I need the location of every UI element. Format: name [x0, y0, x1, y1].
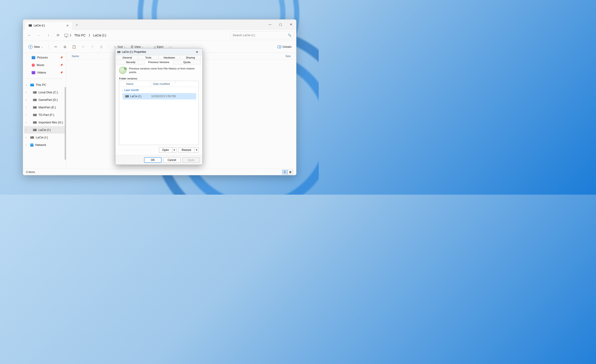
close-button[interactable]: ✕: [286, 20, 296, 30]
new-button[interactable]: + New ⌄: [26, 43, 45, 51]
ok-button[interactable]: OK: [144, 157, 161, 163]
version-group[interactable]: ⌄ Last month: [119, 87, 199, 93]
version-col-date[interactable]: Date modified ⌄: [151, 81, 199, 87]
details-view-button[interactable]: ☰: [282, 170, 288, 174]
info-row: Previous versions come from File History…: [119, 67, 199, 74]
breadcrumb[interactable]: ❯ This PC ❯ LaCie (I:): [64, 33, 229, 38]
properties-dialog: LaCie (I:) Properties ✕ General Tools Ha…: [115, 48, 203, 165]
scrollbar[interactable]: [65, 87, 66, 160]
sidebar-item-network[interactable]: › Network: [24, 141, 65, 149]
chevron-right-icon: ❯: [68, 34, 72, 37]
chevron-down-icon[interactable]: ⌄: [26, 83, 28, 86]
chevron-down-icon: ⌄: [142, 45, 143, 48]
drive-icon: [33, 106, 37, 109]
drive-icon: [29, 24, 32, 27]
dialog-close-button[interactable]: ✕: [193, 49, 201, 55]
breadcrumb-this-pc[interactable]: This PC: [73, 33, 87, 38]
chevron-right-icon[interactable]: ›: [26, 121, 26, 124]
search-box[interactable]: 🔍: [230, 31, 294, 39]
cut-icon[interactable]: ✂: [52, 43, 60, 51]
chevron-right-icon[interactable]: ›: [26, 99, 26, 101]
sort-indicator-icon: ⌄: [175, 81, 176, 83]
tab-title: LaCie (I:): [34, 24, 45, 27]
sidebar-item-drive[interactable]: ›GamePart (D:): [24, 96, 65, 104]
new-tab-button[interactable]: ＋: [73, 23, 81, 27]
drive-icon: [125, 95, 129, 97]
tab-general[interactable]: General: [117, 55, 138, 60]
chevron-down-icon[interactable]: ▼: [172, 148, 176, 153]
large-icons-view-button[interactable]: ▦: [288, 170, 293, 174]
sidebar-item-drive[interactable]: ›MainPart (E:): [24, 104, 65, 111]
group-label: Last month: [124, 88, 139, 92]
cancel-button[interactable]: Cancel: [163, 157, 180, 163]
refresh-button[interactable]: ⟳: [54, 31, 62, 39]
open-button[interactable]: Open ▼: [159, 147, 176, 153]
chevron-right-icon[interactable]: ›: [26, 114, 26, 116]
view-icon: ☰: [131, 45, 134, 48]
separator: [108, 45, 109, 49]
sort-icon: ↑↓: [114, 45, 117, 48]
sidebar-item-drive[interactable]: ›Important files (G:): [24, 119, 65, 126]
sidebar-item-pictures[interactable]: Pictures 📌: [24, 54, 65, 61]
back-button[interactable]: ←: [25, 31, 33, 39]
chevron-down-icon[interactable]: ▼: [194, 148, 199, 153]
chevron-right-icon[interactable]: ›: [26, 136, 26, 139]
versions-list[interactable]: Name Date modified ⌄ ⌄ Last month LaCie …: [119, 81, 199, 145]
monitor-icon: [64, 34, 68, 37]
new-label: New: [34, 45, 40, 48]
maximize-button[interactable]: ▢: [275, 20, 286, 30]
tab-security[interactable]: Security: [117, 60, 145, 64]
sidebar-item-drive[interactable]: ›LaCie (I:): [24, 126, 65, 134]
sidebar-item-drive[interactable]: ›TD-Part (F:): [24, 111, 65, 119]
minimize-button[interactable]: —: [265, 20, 275, 30]
tab-quota[interactable]: Quota: [173, 60, 201, 64]
version-name: LaCie (I:): [122, 95, 151, 98]
sidebar-item-videos[interactable]: Videos 📌: [24, 69, 65, 76]
tab-active[interactable]: LaCie (I:) ✕: [25, 21, 73, 30]
chevron-right-icon: ❯: [87, 34, 91, 37]
sidebar-item-this-pc[interactable]: ⌄ This PC: [24, 81, 65, 89]
dialog-footer: OK Cancel Apply: [115, 155, 202, 164]
versions-header[interactable]: Name Date modified ⌄: [119, 81, 199, 87]
network-icon: [30, 143, 33, 147]
tab-close-icon[interactable]: ✕: [66, 24, 69, 27]
versions-label: Folder versions:: [119, 77, 199, 80]
dialog-tabs-row1: General Tools Hardware Sharing: [115, 55, 202, 60]
tab-tools[interactable]: Tools: [138, 55, 159, 60]
sidebar-item-drive[interactable]: ›Local Disk (C:): [24, 89, 65, 96]
version-col-name[interactable]: Name: [119, 81, 151, 87]
search-icon[interactable]: 🔍: [288, 33, 291, 37]
search-input[interactable]: [233, 33, 286, 37]
chevron-right-icon[interactable]: ›: [26, 91, 26, 94]
sidebar-item-lacie-extra[interactable]: › LaCie (I:): [24, 134, 65, 141]
forward-button[interactable]: →: [35, 31, 43, 39]
version-row[interactable]: LaCie (I:) 10/28/2023 3:50 PM: [122, 93, 196, 99]
column-size[interactable]: Size: [285, 55, 291, 58]
tab-hardware[interactable]: Hardware: [159, 55, 180, 60]
column-name[interactable]: Name: [72, 55, 113, 58]
sidebar: Pictures 📌 Music 📌 Videos 📌 ⌄ This PC ›L…: [23, 53, 66, 169]
version-date: 10/28/2023 3:50 PM: [151, 95, 176, 98]
chevron-right-icon[interactable]: ›: [26, 144, 26, 146]
details-pane-button[interactable]: Details: [276, 44, 293, 49]
chevron-right-icon[interactable]: ›: [26, 129, 26, 131]
share-icon[interactable]: ↗: [88, 43, 96, 51]
copy-icon[interactable]: ⧉: [61, 43, 69, 51]
chevron-right-icon[interactable]: ›: [26, 106, 26, 109]
chevron-down-icon: ⌄: [121, 89, 123, 91]
plus-icon: +: [29, 45, 33, 49]
restore-icon: [119, 67, 126, 74]
tab-previous-versions[interactable]: Previous Versions: [145, 60, 173, 64]
eject-icon: △: [154, 45, 156, 48]
statusbar: 0 items ☰ ▦: [23, 169, 296, 175]
tab-sharing[interactable]: Sharing: [180, 55, 201, 60]
paste-icon[interactable]: 📋: [70, 43, 78, 51]
restore-button[interactable]: Restore ▼: [178, 147, 199, 153]
up-button[interactable]: ↑: [45, 31, 52, 39]
drive-icon: [30, 136, 34, 139]
breadcrumb-current[interactable]: LaCie (I:): [92, 33, 108, 38]
delete-icon[interactable]: 🗑: [97, 43, 105, 51]
apply-button[interactable]: Apply: [182, 157, 200, 163]
rename-icon[interactable]: ✎: [79, 43, 87, 51]
sidebar-item-music[interactable]: Music 📌: [24, 61, 65, 69]
